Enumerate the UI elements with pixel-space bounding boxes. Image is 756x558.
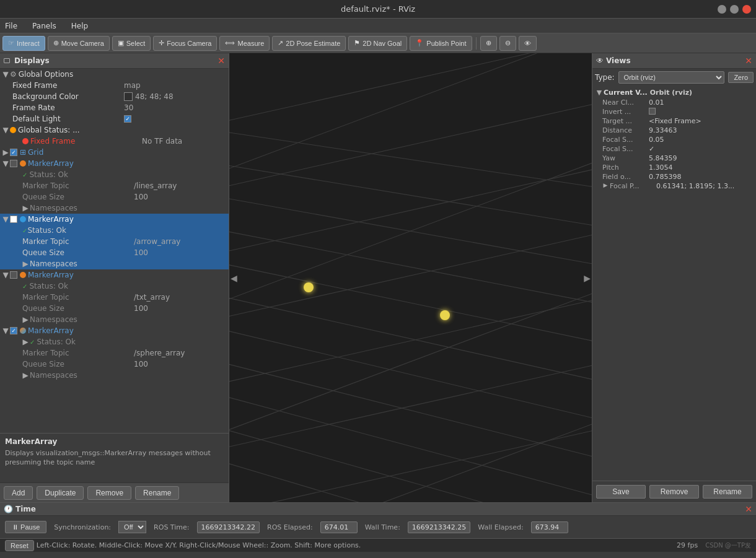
zoom-out-icon: ⊖ [505, 39, 511, 47]
expand-icon[interactable]: ▼ [2, 215, 9, 224]
ns-expand-icon[interactable]: ▶ [22, 204, 29, 212]
zoom-out-btn[interactable]: ⊖ [499, 36, 516, 51]
field-value[interactable]: 0.785398 [649, 173, 682, 181]
cursor-icon: ☞ [8, 39, 14, 47]
reset-btn[interactable]: Reset [5, 540, 34, 551]
move-camera-btn[interactable]: ⊕ Move Camera [48, 36, 110, 51]
publish-btn[interactable]: 📍 Publish Point [410, 36, 472, 51]
zero-btn[interactable]: Zero [728, 72, 754, 83]
viewport[interactable]: ◀ ▶ [229, 53, 592, 502]
interact-btn[interactable]: ☞ Interact [2, 36, 45, 51]
focal-s2-value[interactable]: ✓ [649, 145, 654, 153]
ma4-queue-value[interactable]: 100 [134, 360, 226, 368]
ns-expand-icon[interactable]: ▶ [22, 371, 29, 380]
menu-file[interactable]: File [2, 20, 20, 32]
ma1-topic-value[interactable]: /lines_array [134, 181, 226, 190]
default-light-label: Default Light [12, 115, 124, 123]
camera-icon: ⊕ [53, 39, 59, 47]
views-close-btn[interactable]: ✕ [745, 56, 752, 66]
expand-icon[interactable]: ▼ [2, 271, 9, 279]
duplicate-btn[interactable]: Duplicate [37, 486, 84, 500]
focus-camera-btn[interactable]: ✛ Focus Camera [153, 36, 217, 51]
target-value[interactable]: <Fixed Frame> [649, 117, 701, 125]
select-btn[interactable]: ▣ Select [112, 36, 151, 51]
ma1-queue-value[interactable]: 100 [134, 193, 226, 201]
markerarray-1-checkbox[interactable] [10, 160, 17, 167]
close-btn[interactable] [742, 5, 751, 14]
pitch-value[interactable]: 1.3054 [649, 163, 673, 172]
background-color-value[interactable]: 48; 48; 48 [135, 92, 174, 101]
frame-rate-value[interactable]: 30 [124, 103, 226, 112]
markerarray-icon [20, 328, 26, 334]
expand-icon[interactable]: ▼ [2, 70, 9, 79]
menu-panels[interactable]: Panels [30, 20, 59, 32]
rename-btn[interactable]: Rename [135, 486, 179, 500]
focal-s1-value[interactable]: 0.05 [649, 136, 664, 144]
wall-time-value: 1669213342.25 [408, 521, 470, 533]
sync-select[interactable]: Off [118, 521, 146, 533]
markerarray-3-checkbox[interactable] [10, 271, 17, 279]
markerarray-2-checkbox[interactable] [10, 216, 17, 223]
time-header: 🕐 Time ✕ [0, 503, 756, 516]
ma2-topic-value[interactable]: /arrow_array [134, 237, 226, 246]
add-btn[interactable]: Add [4, 486, 33, 500]
default-light-checkbox[interactable]: ✓ [124, 115, 131, 123]
maximize-btn[interactable] [730, 5, 739, 14]
views-type-select[interactable]: Orbit (rviz) [618, 71, 725, 84]
zoom-in-btn[interactable]: ⊕ [480, 36, 497, 51]
pause-btn[interactable]: ⏸ Pause [5, 521, 46, 533]
markerarray-3-item[interactable]: ▼ MarkerArray [0, 269, 229, 281]
window-title: default.rviz* - RViz [341, 4, 415, 14]
background-color-row: Background Color 48; 48; 48 [0, 91, 229, 102]
view-btn[interactable]: 👁 [519, 36, 537, 51]
displays-close-btn[interactable]: ✕ [218, 56, 225, 66]
expand-icon[interactable]: ▼ [2, 159, 9, 168]
views-title: Views [606, 56, 631, 65]
remove-btn[interactable]: Remove [87, 486, 131, 500]
fixed-frame-value[interactable]: map [124, 81, 226, 90]
viewport-arrow-left[interactable]: ◀ [231, 273, 237, 283]
markerarray-2-item[interactable]: ▼ MarkerArray [0, 214, 229, 225]
expand-icon[interactable]: ▼ [2, 126, 9, 134]
views-rename-btn[interactable]: Rename [703, 485, 752, 499]
distance-value[interactable]: 9.33463 [649, 126, 677, 134]
ma2-queue-value[interactable]: 100 [134, 248, 226, 257]
ma4-topic-value[interactable]: /sphere_array [134, 349, 226, 357]
invert-checkbox[interactable] [649, 108, 656, 115]
global-options-item[interactable]: ▼ ⚙ Global Options [0, 69, 229, 80]
expand-icon[interactable]: ▶ [2, 148, 9, 157]
measure-btn[interactable]: ⟺ Measure [219, 36, 270, 51]
time-close-btn[interactable]: ✕ [745, 504, 752, 514]
ma1-queue-label: Queue Size [22, 193, 134, 201]
frame-rate-row: Frame Rate 30 [0, 102, 229, 113]
markerarray-4-item[interactable]: ▼ ✓ MarkerArray [0, 325, 229, 336]
pose-estimate-btn[interactable]: ↗ 2D Pose Estimate [272, 36, 346, 51]
markerarray-1-item[interactable]: ▼ MarkerArray [0, 158, 229, 169]
focal-p-value[interactable]: 0.61341; 1.8195; 1.3... [656, 182, 734, 190]
markerarray-4-checkbox[interactable]: ✓ [10, 327, 17, 334]
global-status-item[interactable]: ▼ Global Status: ... [0, 124, 229, 136]
near-clip-value[interactable]: 0.01 [649, 98, 664, 107]
ma3-topic-value[interactable]: /txt_array [134, 293, 226, 302]
color-swatch[interactable] [124, 92, 133, 101]
yaw-value[interactable]: 5.84359 [649, 154, 677, 162]
views-remove-btn[interactable]: Remove [649, 485, 699, 499]
ns-expand-icon[interactable]: ▶ [22, 315, 29, 324]
minimize-btn[interactable] [718, 5, 726, 14]
sync-label: Synchronization: [54, 523, 111, 531]
views-save-btn[interactable]: Save [596, 485, 646, 499]
ns-expand-icon[interactable]: ▶ [22, 259, 29, 268]
ma1-status-label: Status: Ok [29, 170, 68, 179]
distance-label: Distance [602, 126, 649, 134]
pause-icon: ⏸ [12, 523, 19, 531]
ma3-queue-value[interactable]: 100 [134, 304, 226, 313]
ma3-ns-label: Namespaces [30, 315, 77, 324]
global-status-label: Global Status: ... [18, 126, 80, 134]
displays-tree[interactable]: ▼ ⚙ Global Options Fixed Frame map Backg… [0, 69, 229, 433]
grid-item[interactable]: ▶ ✓ ⊞ Grid [0, 147, 229, 158]
nav-goal-btn[interactable]: ⚑ 2D Nav Goal [348, 36, 407, 51]
grid-checkbox[interactable]: ✓ [10, 149, 17, 156]
viewport-arrow-right[interactable]: ▶ [584, 273, 591, 283]
expand-icon[interactable]: ▼ [2, 326, 9, 335]
menu-help[interactable]: Help [69, 20, 90, 32]
